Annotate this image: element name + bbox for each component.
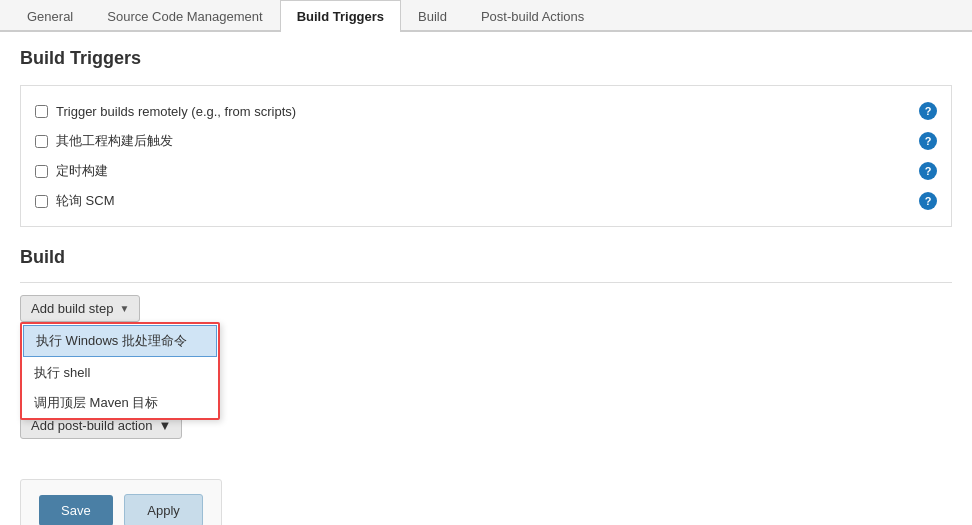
page-container: General Source Code Management Build Tri… bbox=[0, 0, 972, 525]
trigger-row-other: 其他工程构建后触发 ? bbox=[21, 126, 951, 156]
add-build-step-container: Add build step ▼ 执行 Windows 批处理命令 执行 she… bbox=[20, 295, 140, 322]
add-post-build-label: Add post-build action bbox=[31, 418, 152, 433]
save-button[interactable]: Save bbox=[39, 495, 113, 525]
help-icon-remote[interactable]: ? bbox=[919, 102, 937, 120]
add-build-step-label: Add build step bbox=[31, 301, 113, 316]
help-icon-scheduled[interactable]: ? bbox=[919, 162, 937, 180]
tab-general[interactable]: General bbox=[10, 0, 90, 32]
tab-post-build[interactable]: Post-build Actions bbox=[464, 0, 601, 32]
trigger-label-other: 其他工程构建后触发 bbox=[56, 132, 173, 150]
triggers-section: Trigger builds remotely (e.g., from scri… bbox=[20, 85, 952, 227]
build-triggers-title: Build Triggers bbox=[20, 48, 952, 69]
trigger-checkbox-scm[interactable] bbox=[35, 195, 48, 208]
build-divider bbox=[20, 282, 952, 283]
tab-source-code[interactable]: Source Code Management bbox=[90, 0, 279, 32]
menu-item-shell[interactable]: 执行 shell bbox=[22, 358, 218, 388]
trigger-checkbox-other[interactable] bbox=[35, 135, 48, 148]
build-section: Build Add build step ▼ 执行 Windows 批处理命令 … bbox=[20, 247, 952, 439]
trigger-label-scheduled: 定时构建 bbox=[56, 162, 108, 180]
trigger-checkbox-scheduled[interactable] bbox=[35, 165, 48, 178]
apply-button[interactable]: Apply bbox=[124, 494, 203, 525]
main-content: Build Triggers Trigger builds remotely (… bbox=[0, 32, 972, 525]
tab-bar: General Source Code Management Build Tri… bbox=[0, 0, 972, 32]
add-build-step-button[interactable]: Add build step ▼ bbox=[20, 295, 140, 322]
help-icon-other[interactable]: ? bbox=[919, 132, 937, 150]
tab-build-triggers[interactable]: Build Triggers bbox=[280, 0, 401, 32]
add-post-build-arrow: ▼ bbox=[158, 418, 171, 433]
add-build-step-menu: 执行 Windows 批处理命令 执行 shell 调用顶层 Maven 目标 bbox=[20, 322, 220, 420]
menu-item-windows-batch[interactable]: 执行 Windows 批处理命令 bbox=[23, 325, 217, 357]
trigger-checkbox-remote[interactable] bbox=[35, 105, 48, 118]
trigger-row-scm: 轮询 SCM ? bbox=[21, 186, 951, 216]
trigger-row-remote: Trigger builds remotely (e.g., from scri… bbox=[21, 96, 951, 126]
trigger-row-scheduled: 定时构建 ? bbox=[21, 156, 951, 186]
buttons-area: Save Apply bbox=[20, 479, 222, 525]
help-icon-scm[interactable]: ? bbox=[919, 192, 937, 210]
trigger-label-scm: 轮询 SCM bbox=[56, 192, 115, 210]
add-build-step-arrow: ▼ bbox=[119, 303, 129, 314]
build-title: Build bbox=[20, 247, 952, 268]
trigger-label-remote: Trigger builds remotely (e.g., from scri… bbox=[56, 104, 296, 119]
tab-build[interactable]: Build bbox=[401, 0, 464, 32]
menu-item-maven[interactable]: 调用顶层 Maven 目标 bbox=[22, 388, 218, 418]
